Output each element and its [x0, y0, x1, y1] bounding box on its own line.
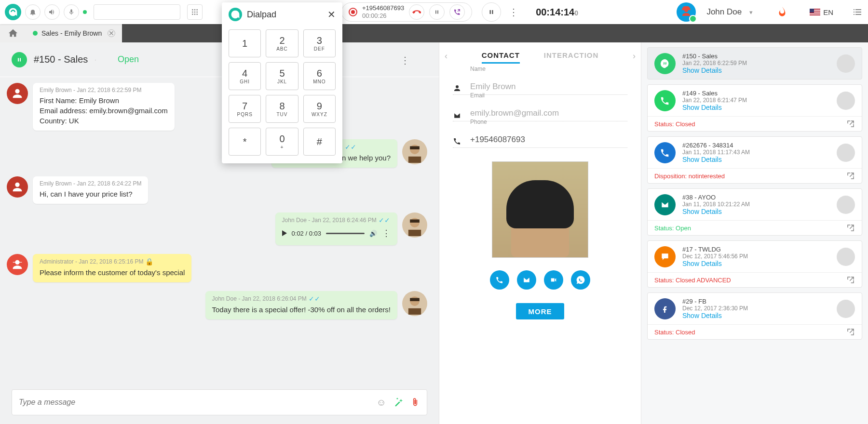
dialpad-key-7[interactable]: 7PQRS [229, 95, 261, 123]
history-avatar [837, 196, 855, 214]
history-status: Status: Closed [654, 120, 695, 128]
history-card[interactable]: #38 - AYOOJan 11, 2018 10:21:22 AMShow D… [647, 188, 862, 236]
language-selector[interactable]: EN [810, 8, 833, 16]
home-tab[interactable] [0, 24, 26, 42]
play-icon[interactable] [282, 230, 287, 236]
message-input[interactable] [19, 398, 370, 407]
message-bubble: Emily Brown - Jan 22, 2018 6:24:22 PMHi,… [33, 176, 148, 204]
history-avatar [837, 300, 855, 318]
conversation-tab[interactable]: Sales - Emily Brown ✕ [26, 24, 122, 42]
email-action-button[interactable] [517, 270, 536, 290]
read-ticks-icon: ✓✓ [379, 216, 390, 224]
pause-big-button[interactable] [482, 2, 501, 22]
call-action-button[interactable] [490, 270, 509, 290]
pause-interaction-button[interactable] [12, 52, 27, 67]
open-external-icon[interactable] [846, 224, 855, 232]
audio-track[interactable] [326, 233, 365, 234]
open-external-icon[interactable] [846, 172, 855, 180]
sms-channel-icon [654, 246, 676, 267]
video-action-button[interactable] [544, 270, 563, 290]
show-details-link[interactable]: Show Details [682, 104, 830, 111]
chevron-down-icon[interactable]: ▾ [749, 9, 753, 16]
dialpad-key-#[interactable]: # [303, 128, 336, 156]
active-call-pill: +19546087693 00:00:26 [341, 2, 472, 22]
hold-button[interactable] [429, 4, 445, 20]
history-card[interactable]: #149 - SalesJan 22, 2018 6:21:47 PMShow … [647, 84, 862, 132]
show-details-link[interactable]: Show Details [682, 312, 830, 319]
dialpad-key-*[interactable]: * [229, 128, 261, 156]
message-meta: Administrator - Jan 22, 2018 6:25:16 PM … [40, 258, 185, 265]
emoji-icon[interactable]: ☺ [377, 397, 386, 408]
whatsapp-action-button[interactable] [571, 270, 590, 290]
history-date: Dec 12, 2017 2:36:30 PM [682, 305, 830, 312]
panel-prev-icon[interactable]: ‹ [439, 51, 453, 61]
status-check-icon [689, 15, 697, 23]
tab-interaction[interactable]: INTERACTION [544, 48, 599, 64]
list-menu-icon[interactable] [852, 6, 863, 18]
dialpad-key-8[interactable]: 8TUV [266, 95, 298, 123]
user-avatar[interactable] [677, 2, 696, 22]
show-details-link[interactable]: Show Details [682, 66, 830, 74]
more-button[interactable]: MORE [516, 303, 564, 319]
history-card[interactable]: #29 - FBDec 12, 2017 2:36:30 PMShow Deta… [647, 292, 862, 340]
attachment-icon[interactable] [410, 397, 420, 408]
history-column: #150 - SalesJan 22, 2018 6:22:59 PMShow … [641, 42, 868, 424]
history-title: #17 - TWLDG [682, 246, 830, 253]
tab-close-icon[interactable]: ✕ [108, 29, 115, 37]
hangup-button[interactable] [409, 4, 424, 20]
tab-contact[interactable]: CONTACT [482, 48, 520, 64]
conversation-header: #150 - Sales · Open ⋮ [0, 42, 439, 77]
audio-player[interactable]: 0:02 / 0:03🔊⋮ [282, 226, 391, 240]
history-card[interactable]: #150 - SalesJan 22, 2018 6:22:59 PMShow … [647, 47, 862, 80]
open-external-icon[interactable] [846, 276, 855, 284]
dialpad-close-icon[interactable]: ✕ [327, 9, 336, 20]
tab-strip: Sales - Emily Brown ✕ [0, 24, 868, 42]
apps-grid-icon[interactable] [187, 4, 203, 20]
call-number: +19546087693 [362, 4, 404, 12]
open-external-icon[interactable] [846, 328, 855, 336]
search-input[interactable] [94, 4, 180, 20]
dialpad-key-1[interactable]: 1 [229, 29, 261, 57]
message-bubble: Emily Brown - Jan 22, 2018 6:22:59 PMFir… [33, 83, 175, 131]
notifications-icon[interactable] [25, 4, 41, 20]
agent-avatar [402, 139, 427, 164]
dialpad-key-6[interactable]: 6MNO [303, 62, 336, 90]
history-card[interactable]: #17 - TWLDGDec 12, 2017 5:46:56 PMShow D… [647, 240, 862, 288]
conversation-column: #150 - Sales · Open ⋮ Emily Brown - Jan … [0, 42, 439, 424]
message-row: Emily Brown - Jan 22, 2018 6:22:59 PMFir… [7, 83, 427, 131]
show-details-link[interactable]: Show Details [682, 156, 830, 163]
svg-rect-14 [408, 230, 421, 236]
transfer-button[interactable] [449, 4, 465, 20]
dialpad-key-4[interactable]: 4GHI [229, 62, 261, 90]
us-flag-icon [810, 9, 820, 15]
dialpad-logo [229, 8, 242, 21]
dialpad-key-5[interactable]: 5JKL [266, 62, 298, 90]
mic-icon[interactable] [64, 4, 79, 20]
panel-next-icon[interactable]: › [627, 51, 641, 61]
sound-icon[interactable] [44, 4, 60, 20]
history-card[interactable]: #262676 - 348314Jan 11, 2018 11:17:43 AM… [647, 136, 862, 184]
magic-wand-icon[interactable] [393, 397, 404, 408]
read-ticks-icon: ✓✓ [309, 295, 320, 303]
message-body: First Name: Emily BrownEmail address: em… [40, 95, 168, 126]
audio-more-icon[interactable]: ⋮ [382, 228, 391, 238]
svg-rect-17 [408, 308, 421, 315]
tab-status-dot [33, 31, 38, 36]
flame-icon[interactable] [776, 6, 788, 18]
message-meta: John Doe - Jan 22, 2018 6:26:04 PM ✓✓ [212, 295, 391, 303]
dialpad-key-9[interactable]: 9WXYZ [303, 95, 336, 123]
person-icon [453, 84, 463, 93]
dialpad-key-0[interactable]: 0+ [266, 128, 298, 156]
message-meta: John Doe - Jan 22, 2018 6:24:46 PM ✓✓ [282, 216, 391, 224]
dialpad-key-2[interactable]: 2ABC [266, 29, 298, 57]
dialpad-key-3[interactable]: 3DEF [303, 29, 336, 57]
open-external-icon[interactable] [846, 119, 855, 128]
record-icon[interactable] [349, 8, 357, 16]
call-more-icon[interactable]: ⋮ [505, 6, 522, 18]
volume-icon[interactable]: 🔊 [369, 230, 377, 237]
message-list: Emily Brown - Jan 22, 2018 6:22:59 PMFir… [0, 77, 439, 389]
contact-actions [453, 270, 627, 290]
show-details-link[interactable]: Show Details [682, 208, 830, 215]
show-details-link[interactable]: Show Details [682, 260, 830, 267]
conversation-more-icon[interactable]: ⋮ [400, 54, 410, 66]
